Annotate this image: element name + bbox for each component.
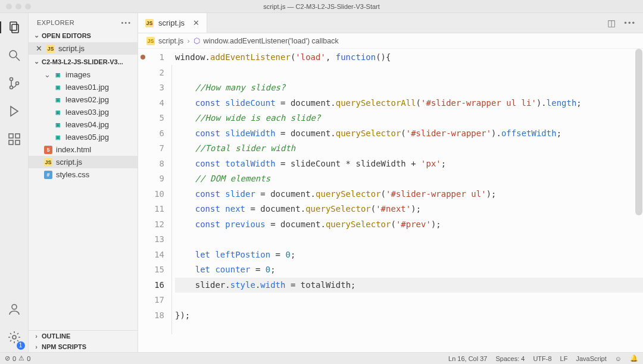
status-lncol[interactable]: Ln 16, Col 37 [448,355,487,362]
svg-rect-11 [15,134,20,138]
open-editors-section[interactable]: ⌄ OPEN EDITORS [29,30,138,41]
outline-section[interactable]: › OUTLINE [29,331,138,341]
folder-section[interactable]: ⌄ C2-M3-L2-JS-SLIDER-V3... [29,56,138,67]
feedback-icon[interactable]: ☺ [615,355,622,362]
tab-label: script.js [158,18,185,27]
folder-icon: ▣ [54,71,62,79]
code-editor[interactable]: 123456789101112131415161718 window.addEv… [138,49,643,352]
file-tree: ⌄ ▣ images ▣ leaves01.jpg ▣ leaves02.jpg… [29,67,138,182]
split-editor-icon[interactable]: ◫ [607,18,616,29]
svg-line-3 [16,57,20,61]
js-file-icon: JS [146,37,155,45]
account-icon[interactable] [7,302,21,318]
close-icon[interactable]: ✕ [193,18,199,27]
editor-area: JS script.js ✕ ◫ ••• JS script.js › ⬡ wi… [138,13,643,352]
chevron-right-icon: › [33,343,39,350]
file-name: leaves01.jpg [65,83,109,92]
npm-scripts-section[interactable]: › NPM SCRIPTS [29,341,138,352]
file-item[interactable]: ▣ leaves04.jpg [29,118,138,131]
code-line: let counter = 0; [175,262,643,278]
status-eol[interactable]: LF [560,355,568,362]
svg-rect-0 [10,22,17,30]
chevron-right-icon: › [33,332,39,340]
file-item[interactable]: ▣ leaves02.jpg [29,93,138,106]
status-spaces[interactable]: Spaces: 4 [495,355,525,362]
svg-rect-8 [9,134,13,138]
image-file-icon: ▣ [54,133,62,142]
line-number-gutter: 123456789101112131415161718 [148,49,170,352]
tab-more-icon[interactable]: ••• [624,18,636,27]
source-control-icon[interactable] [7,76,21,92]
tab-script-js[interactable]: JS script.js ✕ [138,13,207,33]
open-editors-list: ✕ JS script.js [29,41,138,56]
file-name: leaves02.jpg [65,95,109,104]
html-file-icon: 5 [44,146,52,154]
file-item[interactable]: # styles.css [29,168,138,181]
breadcrumb-symbol[interactable]: window.addEventListener('load') callback [204,37,339,45]
settings-badge: 1 [17,341,25,350]
warning-icon: ⚠ [18,354,24,362]
image-file-icon: ▣ [54,83,62,92]
file-name: leaves04.jpg [65,120,109,129]
svg-point-13 [13,335,16,339]
search-icon[interactable] [7,48,21,64]
outline-label: OUTLINE [42,332,70,340]
status-language[interactable]: JavaScript [576,355,606,362]
file-item[interactable]: ▣ leaves01.jpg [29,81,138,93]
open-editor-name: script.js [58,44,85,53]
code-content[interactable]: window.addEventListener('load', function… [170,49,643,352]
npm-label: NPM SCRIPTS [42,343,86,350]
status-encoding[interactable]: UTF-8 [533,355,551,362]
status-problems[interactable]: ⊘0 ⚠0 [5,354,30,362]
svg-point-12 [12,305,17,309]
svg-rect-10 [15,140,20,145]
breadcrumb-file[interactable]: script.js [158,37,183,45]
code-line: //How many slides? [175,80,643,96]
settings-gear-icon[interactable]: 1 [7,330,21,346]
chevron-down-icon: ⌄ [33,58,39,65]
chevron-down-icon: ⌄ [44,70,50,79]
svg-point-2 [10,51,17,58]
file-name: styles.css [56,170,89,179]
error-icon: ⊘ [5,354,10,362]
vertical-scrollbar[interactable] [635,49,642,215]
explorer-more-icon[interactable]: ••• [121,19,132,26]
folder-item[interactable]: ⌄ ▣ images [29,68,138,81]
image-file-icon: ▣ [54,96,62,104]
js-file-icon: JS [46,45,55,53]
svg-point-4 [10,78,13,81]
image-file-icon: ▣ [54,108,62,117]
code-line: }); [175,308,643,324]
svg-point-5 [10,86,13,89]
code-line: const slideWidth = document.querySelecto… [175,126,643,142]
tab-bar: JS script.js ✕ ◫ ••• [138,13,643,33]
chevron-right-icon: › [187,37,189,45]
code-line: const slideCount = document.querySelecto… [175,96,643,111]
activity-bar: 1 [0,13,29,352]
image-file-icon: ▣ [54,121,62,129]
open-editor-item[interactable]: ✕ JS script.js [29,42,138,55]
code-line: let leftPostion = 0; [175,247,643,263]
js-file-icon: JS [145,19,154,27]
file-item[interactable]: 5 index.html [29,143,138,156]
code-line [175,65,643,81]
code-line [175,232,643,247]
run-icon[interactable] [7,104,21,120]
code-line: const totalWidth = slideCount * slideWid… [175,156,643,172]
js-file-icon: JS [44,158,52,167]
extensions-icon[interactable] [7,132,21,148]
folder-name: images [65,70,90,79]
css-file-icon: # [44,171,52,179]
code-line: window.addEventListener('load', function… [175,50,643,65]
file-item[interactable]: JS script.js [29,156,138,168]
explorer-icon[interactable] [7,20,21,36]
close-icon[interactable]: ✕ [35,44,43,53]
file-item[interactable]: ▣ leaves05.jpg [29,131,138,143]
code-line: //Total slider width [175,141,643,156]
notifications-icon[interactable]: 🔔 [630,354,638,362]
svg-point-6 [15,82,18,85]
svg-rect-9 [9,140,13,145]
file-item[interactable]: ▣ leaves03.jpg [29,106,138,118]
breadcrumb[interactable]: JS script.js › ⬡ window.addEventListener… [138,33,643,49]
titlebar: script.js — C2-M3-L2-JS-Slider-V3-Start [0,0,643,13]
